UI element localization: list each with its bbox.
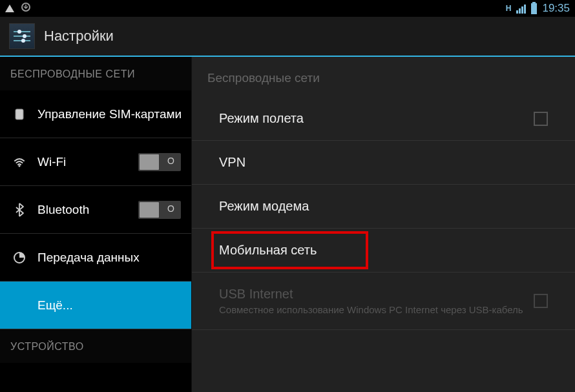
sidebar-section-device: Устройство bbox=[0, 329, 191, 363]
status-right: H 19:35 bbox=[506, 2, 570, 15]
detail-item-label: USB Internet bbox=[219, 287, 534, 302]
detail-section-title: Беспроводные сети bbox=[192, 57, 575, 97]
bluetooth-toggle[interactable]: O bbox=[138, 201, 181, 219]
usb-internet-checkbox bbox=[534, 294, 548, 308]
settings-icon bbox=[9, 23, 35, 49]
sim-icon bbox=[10, 108, 28, 121]
detail-item-usb-internet: USB Internet Совместное использование Wi… bbox=[192, 273, 575, 330]
app-header: Настройки bbox=[0, 17, 575, 57]
sidebar-item-wifi[interactable]: Wi-Fi O bbox=[0, 138, 191, 186]
sidebar-item-more[interactable]: Ещё... bbox=[0, 282, 191, 329]
bluetooth-icon bbox=[10, 203, 28, 217]
sidebar-item-label: Управление SIM-картами bbox=[37, 107, 181, 121]
detail-item-label: Режим модема bbox=[219, 199, 548, 214]
detail-item-tethering[interactable]: Режим модема bbox=[192, 185, 575, 229]
download-icon bbox=[21, 2, 31, 15]
sidebar-item-sim[interactable]: Управление SIM-картами bbox=[0, 90, 191, 138]
svg-point-3 bbox=[19, 165, 21, 167]
wifi-toggle[interactable]: O bbox=[138, 153, 181, 171]
detail-item-label: Мобильная сеть bbox=[219, 243, 548, 258]
status-bar: H 19:35 bbox=[0, 0, 575, 17]
warning-icon bbox=[5, 5, 14, 12]
data-icon: H bbox=[506, 4, 512, 13]
airplane-checkbox[interactable] bbox=[534, 112, 548, 126]
sidebar: Беспроводные сети Управление SIM-картами… bbox=[0, 57, 192, 392]
detail-item-label: Режим полета bbox=[219, 111, 534, 126]
battery-icon bbox=[531, 3, 537, 14]
sidebar-item-bluetooth[interactable]: Bluetooth O bbox=[0, 186, 191, 234]
main-content: Беспроводные сети Управление SIM-картами… bbox=[0, 57, 575, 392]
svg-rect-1 bbox=[16, 109, 23, 119]
sidebar-item-label: Ещё... bbox=[37, 298, 181, 313]
status-left bbox=[5, 2, 31, 15]
sidebar-item-label: Передача данных bbox=[37, 251, 181, 265]
detail-item-label: VPN bbox=[219, 155, 548, 170]
status-time: 19:35 bbox=[542, 2, 570, 15]
data-usage-icon bbox=[10, 251, 28, 264]
sidebar-item-label: Bluetooth bbox=[37, 203, 138, 217]
page-title: Настройки bbox=[44, 28, 114, 45]
sidebar-item-data-usage[interactable]: Передача данных bbox=[0, 234, 191, 282]
detail-item-mobile-network[interactable]: Мобильная сеть bbox=[192, 229, 575, 273]
detail-item-vpn[interactable]: VPN bbox=[192, 141, 575, 185]
detail-panel: Беспроводные сети Режим полета VPN Режим… bbox=[192, 57, 575, 392]
sidebar-item-label: Wi-Fi bbox=[37, 155, 138, 169]
signal-icon bbox=[516, 3, 526, 14]
sidebar-section-wireless: Беспроводные сети bbox=[0, 57, 191, 90]
detail-item-airplane[interactable]: Режим полета bbox=[192, 97, 575, 141]
detail-item-subtitle: Совместное использование Windows PC Inte… bbox=[219, 304, 534, 315]
wifi-icon bbox=[10, 156, 28, 169]
